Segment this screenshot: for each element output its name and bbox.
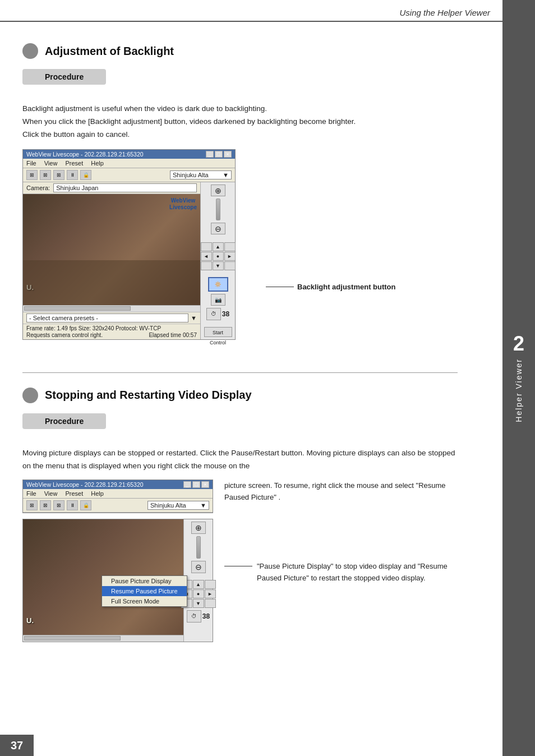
- toolbar-dropdown-1[interactable]: Shinjuku Alta ▼: [170, 170, 232, 179]
- close-btn-small[interactable]: ×: [201, 481, 209, 488]
- p-tr[interactable]: [205, 580, 216, 589]
- video-frame-1: WebView Livescope U.: [23, 194, 200, 305]
- ctx-pause[interactable]: Pause Picture Display: [102, 576, 187, 586]
- camera-bar-1: Camera: Shinjuku Japan: [23, 182, 200, 194]
- video-buildings: [23, 260, 200, 305]
- pan-left[interactable]: ◄: [201, 252, 212, 261]
- menu-preset-s[interactable]: Preset: [65, 490, 83, 497]
- rest-btn-small[interactable]: □: [192, 481, 200, 488]
- s-ctrl-slider[interactable]: [196, 536, 201, 559]
- scrollbar-h-1[interactable]: [23, 305, 200, 312]
- s-toolbar-icon-5[interactable]: 🔒: [80, 500, 91, 510]
- s-toolbar-icon-1[interactable]: ⊠: [26, 500, 38, 510]
- backlight-button[interactable]: 🔆: [208, 277, 228, 291]
- section2-right-col: picture screen. To resume, right click t…: [224, 480, 458, 584]
- p-br[interactable]: [205, 599, 216, 608]
- ctrl-number-1: 38: [222, 310, 229, 318]
- restore-button[interactable]: □: [215, 151, 223, 158]
- camera-dropdown-1[interactable]: Shinjuku Japan: [53, 183, 197, 192]
- s-ctrl-zout[interactable]: ⊖: [191, 561, 206, 573]
- webview-title-text: WebView Livescope - 202.228.129.21:65320: [26, 151, 144, 158]
- page-number: 37: [0, 735, 34, 756]
- section1-body1: Backlight adjustment is useful when the …: [22, 103, 458, 141]
- p-ce[interactable]: ●: [193, 589, 204, 598]
- pan-up[interactable]: ▲: [213, 242, 224, 251]
- pan-down[interactable]: ▼: [213, 261, 224, 270]
- scrollbar-2[interactable]: [23, 635, 183, 642]
- menu-preset[interactable]: Preset: [65, 160, 83, 167]
- section1-title: Adjustment of Backlight: [45, 45, 174, 58]
- webview-window-1: WebView Livescope - 202.228.129.21:65320…: [22, 149, 236, 340]
- p-do[interactable]: ▼: [193, 599, 204, 608]
- section2-body: Moving picture displays can be stopped o…: [22, 447, 458, 473]
- procedure-badge-container-1: Procedure: [22, 69, 458, 94]
- toolbar-icon-5[interactable]: 🔒: [80, 170, 91, 180]
- ctx-resume[interactable]: Resume Paused Picture: [102, 586, 187, 596]
- menu-help-s[interactable]: Help: [91, 490, 104, 497]
- pan-tl[interactable]: [201, 242, 212, 251]
- minimize-button[interactable]: _: [206, 151, 214, 158]
- ctrl-zoom-in[interactable]: ⊕: [211, 185, 225, 196]
- menu-help[interactable]: Help: [91, 160, 104, 167]
- procedure-badge-1: Procedure: [22, 69, 106, 85]
- callout-line-1: [266, 287, 294, 287]
- callout-text-2: "Pause Picture Display" to stop video di…: [257, 560, 458, 584]
- s-toolbar-icon-3[interactable]: ⊠: [53, 500, 64, 510]
- s-toolbar-icon-2[interactable]: ⊠: [40, 500, 51, 510]
- start-ctrl-button[interactable]: Start Control: [204, 327, 232, 337]
- section2-circle: [22, 388, 38, 403]
- pan-grid-1: ▲ ◄ ● ► ▼: [201, 242, 236, 270]
- ctrl-snap[interactable]: 📷: [211, 294, 225, 306]
- context-menu-1: Pause Picture Display Resume Paused Pict…: [102, 575, 187, 607]
- min-btn-small[interactable]: _: [183, 481, 191, 488]
- ctx-fullscreen[interactable]: Full Screen Mode: [102, 596, 187, 606]
- s-toolbar-icon-4[interactable]: ⏸: [67, 500, 78, 510]
- toolbar-dropdown-small[interactable]: Shinjuku Alta ▼: [147, 501, 209, 510]
- webview-titlebar-1: WebView Livescope - 202.228.129.21:65320…: [23, 150, 235, 159]
- pan-center[interactable]: ●: [213, 252, 224, 261]
- section1-circle: [22, 43, 38, 59]
- webview-toolbar-1: ⊠ ⊠ ⊠ ⏸ 🔒 Shinjuku Alta ▼: [23, 168, 235, 182]
- procedure-badge-container-2: Procedure: [22, 413, 458, 438]
- main-content: Adjustment of Backlight Procedure Backli…: [0, 22, 502, 653]
- scrollbar-thumb-2: [24, 636, 121, 640]
- s-ctrl-zoom[interactable]: ⊕: [191, 522, 206, 534]
- pan-br[interactable]: [224, 261, 236, 270]
- callout-line-2: [224, 566, 252, 566]
- chapter-number: 2: [513, 334, 524, 354]
- window-buttons-small: _ □ ×: [183, 481, 209, 488]
- ctrl-zoom-out[interactable]: ⊖: [211, 223, 225, 234]
- pan-right[interactable]: ►: [224, 252, 236, 261]
- ctrl-timer-row: ⏱ 38: [206, 308, 229, 320]
- screenshot-area-1: WebView Livescope - 202.228.129.21:65320…: [22, 149, 458, 362]
- section2-caption: picture screen. To resume, right click t…: [224, 480, 458, 504]
- close-button[interactable]: ×: [224, 151, 232, 158]
- menu-view-s[interactable]: View: [44, 490, 58, 497]
- ctrl-timer[interactable]: ⏱: [206, 308, 221, 320]
- right-controls-2: ⊕ ⊖ ▲ ◄ ● ► ▼: [183, 519, 213, 642]
- section2-title: Stopping and Restarting Video Display: [45, 389, 252, 402]
- menu-file-s[interactable]: File: [26, 490, 36, 497]
- p-ri[interactable]: ►: [205, 589, 216, 598]
- section2-two-col: WebView Livescope - 202.228.129.21:65320…: [22, 480, 458, 642]
- callout-1: Backlight adjustment button: [266, 283, 396, 291]
- p-up[interactable]: ▲: [193, 580, 204, 589]
- webview-logo-1: WebView Livescope: [169, 197, 197, 211]
- status-bar-1: Frame rate: 1.49 fps Size: 320x240 Proto…: [23, 324, 200, 339]
- pan-tr[interactable]: [224, 242, 236, 251]
- ctrl-slider-1[interactable]: [216, 199, 220, 220]
- preset-bar-1: - Select camera presets - ▼: [23, 312, 200, 324]
- toolbar-icon-4[interactable]: ⏸: [67, 170, 78, 180]
- pan-bl[interactable]: [201, 261, 212, 270]
- toolbar-icon-3[interactable]: ⊠: [53, 170, 64, 180]
- s-ctrl-timer[interactable]: ⏱: [187, 610, 201, 623]
- header-title: Using the Helper Viewer: [400, 8, 490, 17]
- webview-body-1: Camera: Shinjuku Japan WebView Livescope: [23, 182, 235, 339]
- toolbar-icon-1[interactable]: ⊠: [26, 170, 38, 180]
- preset-dropdown-1[interactable]: - Select camera presets -: [26, 314, 188, 322]
- menu-file[interactable]: File: [26, 160, 36, 167]
- toolbar-icon-2[interactable]: ⊠: [40, 170, 51, 180]
- scrollbar-thumb-h: [24, 306, 131, 311]
- menu-view[interactable]: View: [44, 160, 58, 167]
- right-sidebar: 2 Helper Viewer: [502, 0, 535, 756]
